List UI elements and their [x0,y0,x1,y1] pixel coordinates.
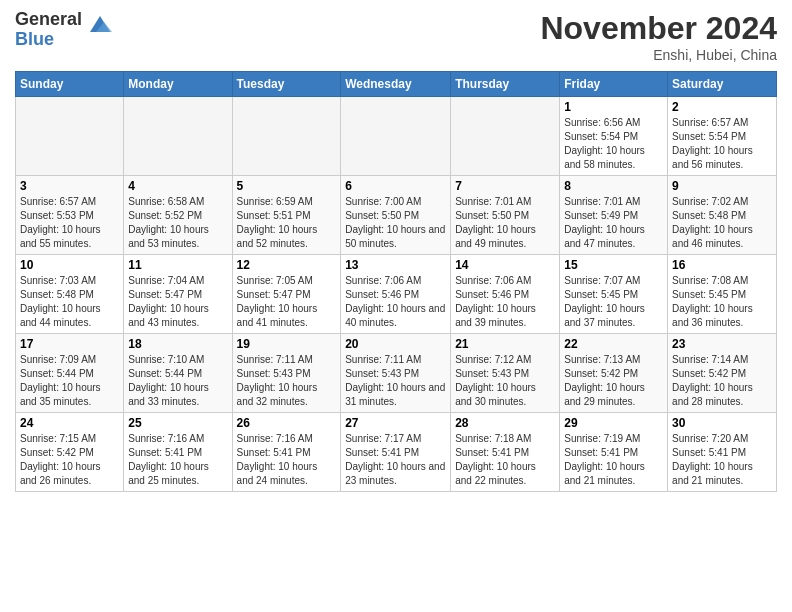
calendar-header: Sunday Monday Tuesday Wednesday Thursday… [16,72,777,97]
day-number: 28 [455,416,555,430]
day-number: 19 [237,337,337,351]
header-wednesday: Wednesday [341,72,451,97]
calendar-cell: 19Sunrise: 7:11 AMSunset: 5:43 PMDayligh… [232,334,341,413]
calendar-cell: 28Sunrise: 7:18 AMSunset: 5:41 PMDayligh… [451,413,560,492]
day-info: Sunrise: 7:16 AMSunset: 5:41 PMDaylight:… [128,432,227,488]
calendar-cell: 16Sunrise: 7:08 AMSunset: 5:45 PMDayligh… [668,255,777,334]
day-info: Sunrise: 7:11 AMSunset: 5:43 PMDaylight:… [237,353,337,409]
day-number: 20 [345,337,446,351]
day-info: Sunrise: 7:02 AMSunset: 5:48 PMDaylight:… [672,195,772,251]
header-tuesday: Tuesday [232,72,341,97]
day-info: Sunrise: 7:03 AMSunset: 5:48 PMDaylight:… [20,274,119,330]
day-number: 29 [564,416,663,430]
calendar-cell: 10Sunrise: 7:03 AMSunset: 5:48 PMDayligh… [16,255,124,334]
day-info: Sunrise: 6:57 AMSunset: 5:53 PMDaylight:… [20,195,119,251]
calendar-cell: 7Sunrise: 7:01 AMSunset: 5:50 PMDaylight… [451,176,560,255]
day-number: 26 [237,416,337,430]
day-info: Sunrise: 7:11 AMSunset: 5:43 PMDaylight:… [345,353,446,409]
day-number: 9 [672,179,772,193]
day-number: 1 [564,100,663,114]
header-saturday: Saturday [668,72,777,97]
day-number: 6 [345,179,446,193]
day-info: Sunrise: 7:00 AMSunset: 5:50 PMDaylight:… [345,195,446,251]
day-info: Sunrise: 6:58 AMSunset: 5:52 PMDaylight:… [128,195,227,251]
day-info: Sunrise: 7:09 AMSunset: 5:44 PMDaylight:… [20,353,119,409]
calendar-cell: 20Sunrise: 7:11 AMSunset: 5:43 PMDayligh… [341,334,451,413]
day-info: Sunrise: 7:13 AMSunset: 5:42 PMDaylight:… [564,353,663,409]
day-number: 21 [455,337,555,351]
header-friday: Friday [560,72,668,97]
day-info: Sunrise: 7:08 AMSunset: 5:45 PMDaylight:… [672,274,772,330]
day-number: 25 [128,416,227,430]
weekday-header-row: Sunday Monday Tuesday Wednesday Thursday… [16,72,777,97]
calendar-cell: 2Sunrise: 6:57 AMSunset: 5:54 PMDaylight… [668,97,777,176]
header-thursday: Thursday [451,72,560,97]
calendar-cell: 29Sunrise: 7:19 AMSunset: 5:41 PMDayligh… [560,413,668,492]
day-number: 7 [455,179,555,193]
day-info: Sunrise: 7:18 AMSunset: 5:41 PMDaylight:… [455,432,555,488]
calendar-cell: 11Sunrise: 7:04 AMSunset: 5:47 PMDayligh… [124,255,232,334]
calendar-cell: 21Sunrise: 7:12 AMSunset: 5:43 PMDayligh… [451,334,560,413]
calendar-week-2: 3Sunrise: 6:57 AMSunset: 5:53 PMDaylight… [16,176,777,255]
day-number: 13 [345,258,446,272]
logo-text: General Blue [15,10,82,50]
header-monday: Monday [124,72,232,97]
day-info: Sunrise: 7:17 AMSunset: 5:41 PMDaylight:… [345,432,446,488]
calendar-cell: 4Sunrise: 6:58 AMSunset: 5:52 PMDaylight… [124,176,232,255]
calendar-week-3: 10Sunrise: 7:03 AMSunset: 5:48 PMDayligh… [16,255,777,334]
day-info: Sunrise: 7:06 AMSunset: 5:46 PMDaylight:… [345,274,446,330]
calendar-cell: 15Sunrise: 7:07 AMSunset: 5:45 PMDayligh… [560,255,668,334]
logo-general: General [15,10,82,30]
day-info: Sunrise: 7:20 AMSunset: 5:41 PMDaylight:… [672,432,772,488]
day-number: 8 [564,179,663,193]
calendar-cell: 6Sunrise: 7:00 AMSunset: 5:50 PMDaylight… [341,176,451,255]
calendar-cell [232,97,341,176]
day-number: 15 [564,258,663,272]
day-number: 10 [20,258,119,272]
day-info: Sunrise: 6:56 AMSunset: 5:54 PMDaylight:… [564,116,663,172]
day-number: 12 [237,258,337,272]
location: Enshi, Hubei, China [540,47,777,63]
month-title: November 2024 [540,10,777,47]
day-info: Sunrise: 7:10 AMSunset: 5:44 PMDaylight:… [128,353,227,409]
day-info: Sunrise: 7:07 AMSunset: 5:45 PMDaylight:… [564,274,663,330]
calendar-week-4: 17Sunrise: 7:09 AMSunset: 5:44 PMDayligh… [16,334,777,413]
day-info: Sunrise: 7:05 AMSunset: 5:47 PMDaylight:… [237,274,337,330]
calendar: Sunday Monday Tuesday Wednesday Thursday… [15,71,777,492]
calendar-week-5: 24Sunrise: 7:15 AMSunset: 5:42 PMDayligh… [16,413,777,492]
day-number: 24 [20,416,119,430]
day-number: 22 [564,337,663,351]
day-number: 23 [672,337,772,351]
day-info: Sunrise: 7:12 AMSunset: 5:43 PMDaylight:… [455,353,555,409]
day-info: Sunrise: 7:06 AMSunset: 5:46 PMDaylight:… [455,274,555,330]
calendar-cell: 8Sunrise: 7:01 AMSunset: 5:49 PMDaylight… [560,176,668,255]
logo-icon [86,10,114,42]
calendar-cell: 18Sunrise: 7:10 AMSunset: 5:44 PMDayligh… [124,334,232,413]
day-number: 5 [237,179,337,193]
calendar-cell: 17Sunrise: 7:09 AMSunset: 5:44 PMDayligh… [16,334,124,413]
calendar-cell: 25Sunrise: 7:16 AMSunset: 5:41 PMDayligh… [124,413,232,492]
day-info: Sunrise: 7:01 AMSunset: 5:49 PMDaylight:… [564,195,663,251]
page: General Blue November 2024 Enshi, Hubei,… [0,0,792,502]
calendar-cell: 13Sunrise: 7:06 AMSunset: 5:46 PMDayligh… [341,255,451,334]
calendar-week-1: 1Sunrise: 6:56 AMSunset: 5:54 PMDaylight… [16,97,777,176]
day-number: 30 [672,416,772,430]
calendar-cell: 30Sunrise: 7:20 AMSunset: 5:41 PMDayligh… [668,413,777,492]
calendar-cell: 5Sunrise: 6:59 AMSunset: 5:51 PMDaylight… [232,176,341,255]
day-info: Sunrise: 7:14 AMSunset: 5:42 PMDaylight:… [672,353,772,409]
calendar-cell: 27Sunrise: 7:17 AMSunset: 5:41 PMDayligh… [341,413,451,492]
day-info: Sunrise: 6:59 AMSunset: 5:51 PMDaylight:… [237,195,337,251]
logo-blue: Blue [15,30,82,50]
calendar-cell: 12Sunrise: 7:05 AMSunset: 5:47 PMDayligh… [232,255,341,334]
calendar-cell: 24Sunrise: 7:15 AMSunset: 5:42 PMDayligh… [16,413,124,492]
calendar-cell: 23Sunrise: 7:14 AMSunset: 5:42 PMDayligh… [668,334,777,413]
calendar-cell [124,97,232,176]
calendar-cell [16,97,124,176]
calendar-cell: 22Sunrise: 7:13 AMSunset: 5:42 PMDayligh… [560,334,668,413]
calendar-cell [341,97,451,176]
calendar-cell: 3Sunrise: 6:57 AMSunset: 5:53 PMDaylight… [16,176,124,255]
logo: General Blue [15,10,114,50]
day-info: Sunrise: 7:01 AMSunset: 5:50 PMDaylight:… [455,195,555,251]
calendar-cell: 9Sunrise: 7:02 AMSunset: 5:48 PMDaylight… [668,176,777,255]
day-number: 18 [128,337,227,351]
